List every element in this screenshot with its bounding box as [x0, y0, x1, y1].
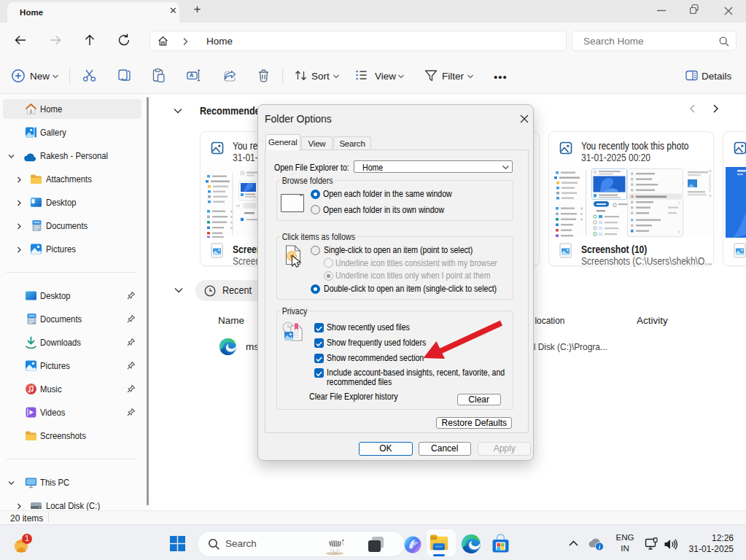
svg-text:1: 1: [25, 534, 29, 542]
